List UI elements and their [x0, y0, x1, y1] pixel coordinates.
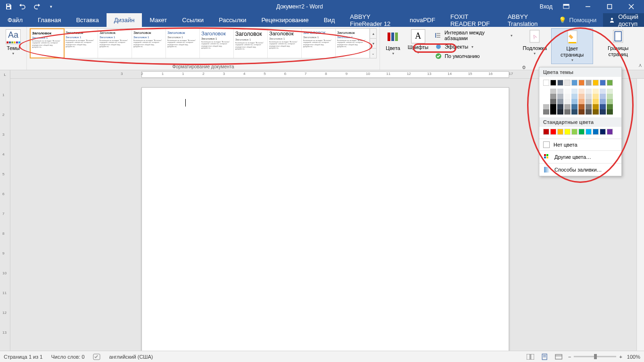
color-swatch[interactable] — [571, 104, 578, 109]
view-read-icon[interactable] — [526, 353, 535, 361]
tab-layout[interactable]: Макет — [142, 13, 174, 27]
color-swatch[interactable] — [543, 129, 549, 135]
color-swatch[interactable] — [593, 94, 599, 99]
style-thumb[interactable]: ЗаголовокЗаголовок 1Коллекция на вкладке… — [200, 29, 234, 58]
page-borders-button[interactable]: Границы страниц — [595, 28, 641, 58]
color-swatch[interactable] — [571, 89, 578, 94]
view-print-icon[interactable] — [540, 353, 549, 361]
color-swatch[interactable] — [564, 94, 570, 99]
no-color-item[interactable]: Нет цвета — [539, 139, 621, 150]
share-button[interactable]: Общий доступ — [603, 13, 644, 27]
color-swatch[interactable] — [557, 129, 563, 135]
page[interactable] — [141, 87, 509, 351]
tell-me-search[interactable]: 💡 Помощни — [552, 13, 603, 27]
color-swatch[interactable] — [578, 94, 585, 99]
color-swatch[interactable] — [607, 89, 613, 94]
color-swatch[interactable] — [600, 129, 606, 135]
color-swatch[interactable] — [571, 94, 578, 99]
tab-design[interactable]: Дизайн — [107, 13, 142, 27]
color-swatch[interactable] — [557, 104, 563, 109]
style-thumb[interactable]: ЗаголовокЗаголовок 1Коллекция на вкладке… — [166, 29, 200, 58]
color-swatch[interactable] — [600, 99, 606, 104]
status-page[interactable]: Страница 1 из 1 — [4, 354, 42, 360]
color-swatch[interactable] — [557, 94, 563, 99]
color-swatch[interactable] — [600, 109, 606, 115]
style-thumb[interactable]: ЗаголовокЗаголовок 1Коллекция на вкладке… — [30, 29, 64, 58]
zoom-out-icon[interactable]: − — [568, 354, 571, 360]
zoom-slider[interactable]: − + — [568, 354, 622, 360]
style-thumb[interactable]: ЗаголовокЗаголовок 1Коллекция на вкладке… — [234, 29, 268, 58]
color-swatch[interactable] — [607, 80, 613, 86]
tab-abbyy-finereader[interactable]: ABBYY FineReader 12 — [342, 13, 402, 27]
color-swatch[interactable] — [593, 99, 599, 104]
color-swatch[interactable] — [557, 109, 563, 115]
style-thumb[interactable]: ЗАГОЛОВОКЗаголовок 1Коллекция на вкладке… — [302, 29, 336, 58]
tab-view[interactable]: Вид — [316, 13, 343, 27]
color-swatch[interactable] — [607, 94, 613, 99]
color-swatch[interactable] — [550, 129, 556, 135]
redo-icon[interactable] — [33, 3, 41, 10]
color-swatch[interactable] — [578, 129, 585, 135]
color-swatch[interactable] — [543, 94, 549, 99]
spellcheck-icon[interactable] — [93, 354, 100, 360]
collapse-ribbon-icon[interactable]: ⋏ — [638, 62, 642, 68]
view-web-icon[interactable] — [554, 353, 563, 361]
color-swatch[interactable] — [564, 80, 570, 86]
page-color-button[interactable]: Цвет страницы▾ — [551, 28, 593, 64]
color-swatch[interactable] — [586, 99, 592, 104]
color-swatch[interactable] — [550, 104, 556, 109]
color-swatch[interactable] — [600, 80, 606, 86]
color-swatch[interactable] — [607, 99, 613, 104]
color-swatch[interactable] — [578, 104, 585, 109]
color-swatch[interactable] — [543, 89, 549, 94]
style-thumb[interactable]: ЗаголовокЗаголовок 1Коллекция на вкладке… — [336, 29, 370, 58]
style-thumb[interactable]: ЗаголовокЗаголовок 1Коллекция на вкладке… — [64, 29, 98, 58]
zoom-track[interactable] — [574, 356, 616, 357]
fill-effects-item[interactable]: Способы заливки… — [539, 163, 621, 176]
color-swatch[interactable] — [593, 109, 599, 115]
minimize-icon[interactable] — [580, 0, 596, 13]
color-swatch[interactable] — [578, 99, 585, 104]
ribbon-display-icon[interactable] — [558, 0, 574, 13]
color-swatch[interactable] — [600, 104, 606, 109]
paragraph-spacing-button[interactable]: Интервал между абзацами▾ — [433, 29, 514, 41]
status-words[interactable]: Число слов: 0 — [51, 354, 84, 360]
zoom-in-icon[interactable]: + — [619, 354, 622, 360]
color-swatch[interactable] — [571, 99, 578, 104]
color-swatch[interactable] — [543, 109, 549, 115]
tab-file[interactable]: Файл — [0, 13, 30, 27]
color-swatch[interactable] — [586, 89, 592, 94]
style-thumb[interactable]: ЗаголовокЗаголовок 1Коллекция на вкладке… — [98, 29, 132, 58]
color-swatch[interactable] — [564, 89, 570, 94]
color-swatch[interactable] — [578, 89, 585, 94]
tab-foxit[interactable]: FOXIT READER PDF — [443, 13, 500, 27]
close-icon[interactable] — [623, 0, 639, 13]
themes-button[interactable]: Aa Темы ▾ — [3, 28, 24, 57]
color-swatch[interactable] — [571, 80, 578, 86]
color-swatch[interactable] — [586, 80, 592, 86]
tab-novapdf[interactable]: novaPDF — [402, 13, 443, 27]
tab-mailings[interactable]: Рассылки — [211, 13, 254, 27]
style-thumb[interactable]: ЗаголовокЗаголовок 1Коллекция на вкладке… — [132, 29, 166, 58]
color-swatch[interactable] — [571, 129, 578, 135]
color-swatch[interactable] — [550, 94, 556, 99]
color-swatch[interactable] — [586, 104, 592, 109]
gallery-more-icon[interactable]: ⌄ — [370, 49, 376, 58]
color-swatch[interactable] — [607, 129, 613, 135]
gallery-down-icon[interactable]: ▾ — [370, 39, 376, 49]
color-swatch[interactable] — [586, 94, 592, 99]
color-swatch[interactable] — [564, 104, 570, 109]
color-swatch[interactable] — [600, 89, 606, 94]
color-swatch[interactable] — [557, 99, 563, 104]
color-swatch[interactable] — [586, 129, 592, 135]
color-swatch[interactable] — [600, 94, 606, 99]
tab-insert[interactable]: Вставка — [68, 13, 106, 27]
watermark-button[interactable]: A Подложка▾ — [520, 28, 549, 57]
color-swatch[interactable] — [593, 104, 599, 109]
zoom-value[interactable]: 100% — [627, 354, 640, 360]
style-thumb[interactable]: ЗаголовокЗаголовок 1Коллекция на вкладке… — [268, 29, 302, 58]
color-swatch[interactable] — [543, 99, 549, 104]
maximize-icon[interactable] — [602, 0, 618, 13]
color-swatch[interactable] — [550, 99, 556, 104]
color-swatch[interactable] — [593, 129, 599, 135]
